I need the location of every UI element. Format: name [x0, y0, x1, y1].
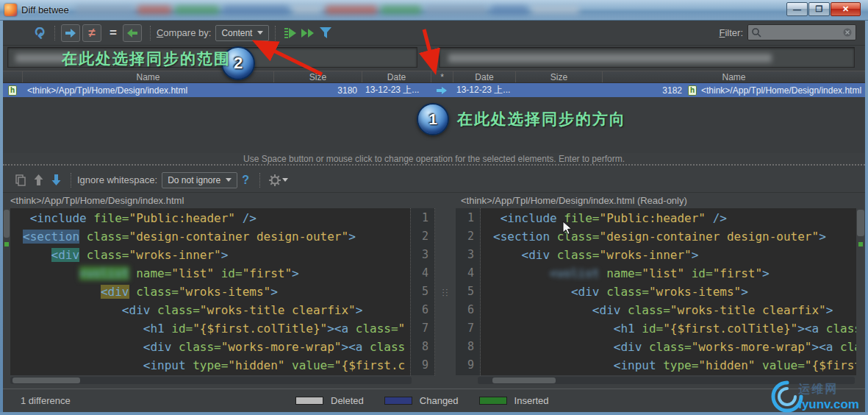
legend-item: Deleted: [295, 395, 364, 406]
header-size-right[interactable]: Size: [515, 71, 602, 82]
filter-toggle-button[interactable]: [317, 24, 334, 42]
toolbar-separator: [54, 26, 55, 40]
compare-by-label: Compare by:: [157, 27, 211, 38]
code-line: <include file="Public:header" />: [23, 209, 410, 227]
code-lines-right[interactable]: <include file="Public:header" /><section…: [481, 208, 856, 375]
header-name-right[interactable]: Name: [602, 71, 865, 82]
code-segment: class=: [79, 248, 129, 262]
legend-swatch: [295, 397, 323, 405]
scrollbar-thumb[interactable]: [4, 210, 10, 238]
difference-count: 1 difference: [21, 395, 71, 406]
play-lines-icon: [284, 27, 297, 39]
left-scrollbar[interactable]: [3, 208, 10, 375]
code-segment: class: [833, 340, 856, 354]
header-date-left[interactable]: Date: [362, 71, 431, 82]
code-segment: <section: [493, 230, 550, 244]
header-operation[interactable]: *: [431, 71, 453, 82]
not-equal-button[interactable]: ≠: [82, 24, 101, 42]
code-segment: "first": [243, 266, 292, 280]
minimize-button[interactable]: —: [786, 2, 808, 16]
header-size-left[interactable]: Size: [273, 71, 362, 82]
html-file-icon: h: [8, 85, 17, 96]
file-table-header[interactable]: Name Size Date * Date Size Name: [3, 71, 865, 83]
next-diff-button[interactable]: [47, 171, 65, 189]
copy-button[interactable]: [12, 171, 29, 189]
code-segment: >: [826, 303, 833, 317]
change-marker[interactable]: [4, 242, 9, 246]
code-segment: >: [762, 266, 770, 280]
sync-direction-cell[interactable]: [431, 83, 453, 97]
left-hscrollbar[interactable]: [10, 377, 412, 384]
code-segment: "wroks-title clearfix": [200, 303, 356, 317]
legend-item: Inserted: [479, 395, 549, 406]
not-equal-icon: ≠: [88, 26, 95, 40]
ignore-whitespace-dropdown[interactable]: Do not ignore: [162, 172, 237, 188]
code-segment: class=: [550, 248, 599, 262]
sync-selected-button[interactable]: [281, 24, 299, 42]
code-lines-left[interactable]: <include file="Public:header" /><section…: [10, 208, 410, 375]
file-date-right: 13-12-23 上...: [453, 83, 515, 97]
sync-right-button[interactable]: [61, 24, 80, 42]
right-scrollbar[interactable]: [856, 208, 865, 375]
legend-label: Changed: [420, 395, 459, 406]
header-date-right[interactable]: Date: [453, 71, 515, 82]
line-number: 3: [456, 246, 480, 264]
code-segment: ><a: [342, 340, 363, 354]
sync-all-button[interactable]: [299, 24, 317, 42]
code-segment: class=: [620, 303, 670, 317]
legend-label: Deleted: [331, 395, 364, 406]
code-segment: "list": [642, 266, 684, 280]
code-segment: class=: [550, 230, 599, 244]
code-segment: class=: [600, 285, 649, 299]
filter-label: Filter:: [719, 27, 743, 38]
code-segment: "{$first.c: [334, 358, 405, 372]
compare-by-value: Content: [221, 28, 252, 38]
copy-icon: [15, 174, 26, 186]
file-date-left: 13-12-23 上...: [362, 83, 431, 97]
code-segment: "wroks-inner": [129, 248, 221, 262]
gear-icon: [269, 174, 281, 186]
change-marker[interactable]: [858, 242, 863, 246]
previous-diff-button[interactable]: [29, 171, 47, 189]
code-segment: id=: [635, 322, 664, 336]
right-path-field[interactable]: [439, 47, 855, 68]
equal-icon[interactable]: =: [110, 26, 117, 40]
code-segment: <div: [143, 340, 172, 354]
line-number: 5: [456, 283, 480, 301]
code-segment: ": [398, 322, 406, 336]
refresh-button[interactable]: ⟳: [31, 24, 49, 42]
header-icon-col: [3, 71, 22, 82]
arrow-down-icon: [51, 174, 61, 185]
code-segment: class=: [819, 322, 856, 336]
code-line: <volist name="list" id="first">: [493, 264, 856, 283]
scrollbar-thumb[interactable]: [492, 377, 556, 383]
right-editor-panel[interactable]: 123456789 <include file="Public:header" …: [456, 208, 865, 375]
scrollbar-thumb[interactable]: [12, 377, 80, 383]
left-editor-panel[interactable]: <include file="Public:header" /><section…: [3, 208, 435, 375]
window-title: Diff betwee: [21, 4, 69, 15]
compare-by-dropdown[interactable]: Content: [215, 25, 269, 41]
code-segment: <div: [51, 248, 80, 262]
code-segment: <div: [101, 285, 129, 299]
settings-button[interactable]: [269, 174, 288, 186]
code-segment: "wroks-items": [649, 285, 741, 299]
line-number: 7: [456, 319, 480, 338]
annotation-scope-text: 在此处选择同步的范围: [62, 49, 231, 69]
code-segment: />: [706, 211, 727, 225]
help-button[interactable]: ?: [242, 174, 249, 187]
scrollbar-thumb[interactable]: [857, 210, 864, 236]
maximize-button[interactable]: ❐: [808, 2, 830, 16]
code-segment: "{$first.colTitle}": [663, 322, 797, 336]
filter-input[interactable]: [747, 24, 856, 40]
file-table-row-selected[interactable]: h <think>/App/Tpl/Home/Design/index.html…: [3, 83, 865, 97]
close-button[interactable]: ✕: [831, 2, 861, 16]
sync-left-button[interactable]: [123, 24, 142, 42]
clear-icon[interactable]: [843, 28, 852, 37]
code-line: <div class="wroks-title clearfix">: [493, 301, 856, 319]
code-segment: <include: [30, 211, 87, 225]
panel-splitter[interactable]: ······: [435, 208, 456, 375]
code-segment: >: [348, 230, 356, 244]
code-segment: "{$first.colTitle}": [193, 322, 327, 336]
main-toolbar: ⟳ ≠ = Compare by: Content Filter:: [3, 21, 865, 46]
diff-legend: DeletedChangedInserted: [295, 389, 549, 412]
